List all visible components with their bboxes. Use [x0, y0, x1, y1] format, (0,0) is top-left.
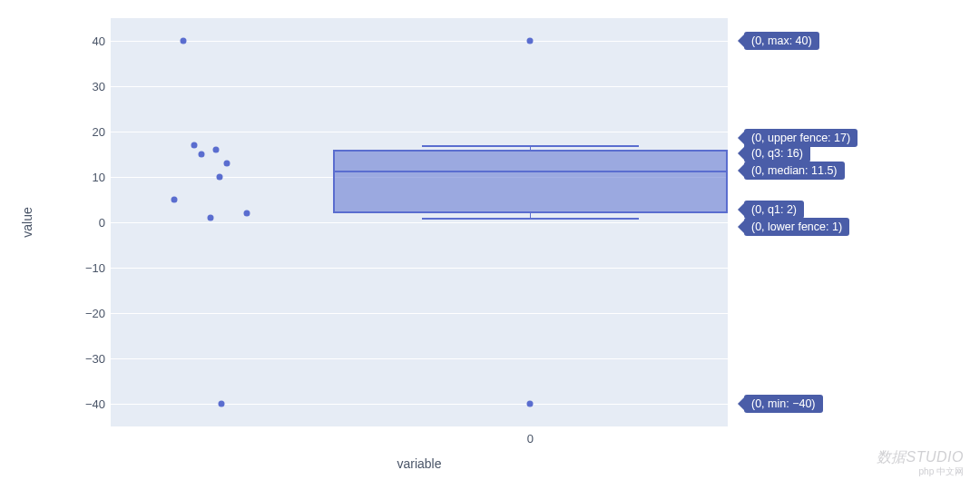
annotation-lower[interactable]: (0, lower fence: 1): [744, 218, 849, 236]
annotation-q3[interactable]: (0, q3: 16): [744, 144, 810, 162]
gridline: [111, 222, 728, 223]
scatter-point[interactable]: [244, 211, 250, 217]
scatter-point[interactable]: [217, 174, 223, 181]
scatter-point[interactable]: [181, 38, 187, 44]
whisker-cap: [422, 218, 639, 220]
scatter-point[interactable]: [224, 161, 230, 167]
y-tick-label: −30: [60, 352, 105, 366]
annotation-max[interactable]: (0, max: 40): [744, 32, 819, 50]
y-tick-label: −40: [60, 397, 105, 411]
box[interactable]: [333, 150, 728, 213]
watermark: 数据STUDIO: [877, 448, 964, 467]
scatter-point[interactable]: [208, 215, 214, 221]
scatter-point[interactable]: [191, 142, 198, 149]
scatter-point[interactable]: [199, 152, 205, 158]
gridline: [111, 132, 728, 132]
outlier-point[interactable]: [527, 401, 534, 407]
y-tick-label: −20: [60, 307, 105, 320]
whisker-stem: [530, 145, 532, 150]
y-tick-label: 40: [60, 34, 105, 48]
gridline: [111, 41, 728, 42]
gridline: [111, 358, 728, 359]
annotation-q1[interactable]: (0, q1: 2): [744, 201, 804, 219]
median-line: [333, 171, 728, 172]
gridline: [111, 404, 728, 405]
gridline: [111, 313, 728, 314]
scatter-point[interactable]: [172, 197, 178, 203]
whisker-stem: [530, 213, 532, 218]
y-tick-label: 10: [60, 171, 105, 184]
boxplot-chart: value variable −40−30−20−10010203040 0 (…: [0, 0, 980, 480]
outlier-point[interactable]: [527, 38, 534, 44]
gridline: [111, 268, 728, 269]
gridline: [111, 86, 728, 87]
y-axis-label: value: [20, 207, 34, 237]
x-axis-label: variable: [397, 456, 441, 471]
plot-area: [111, 18, 728, 426]
y-tick-label: 30: [60, 80, 105, 93]
y-tick-label: 20: [60, 125, 105, 139]
annotation-median[interactable]: (0, median: 11.5): [744, 162, 845, 180]
y-tick-label: 0: [60, 216, 105, 230]
scatter-point[interactable]: [213, 147, 220, 153]
x-tick-label: 0: [527, 432, 534, 446]
y-tick-label: −10: [60, 261, 105, 275]
watermark2: php 中文网: [919, 465, 964, 478]
scatter-point[interactable]: [219, 401, 225, 407]
annotation-min[interactable]: (0, min: −40): [744, 395, 823, 413]
